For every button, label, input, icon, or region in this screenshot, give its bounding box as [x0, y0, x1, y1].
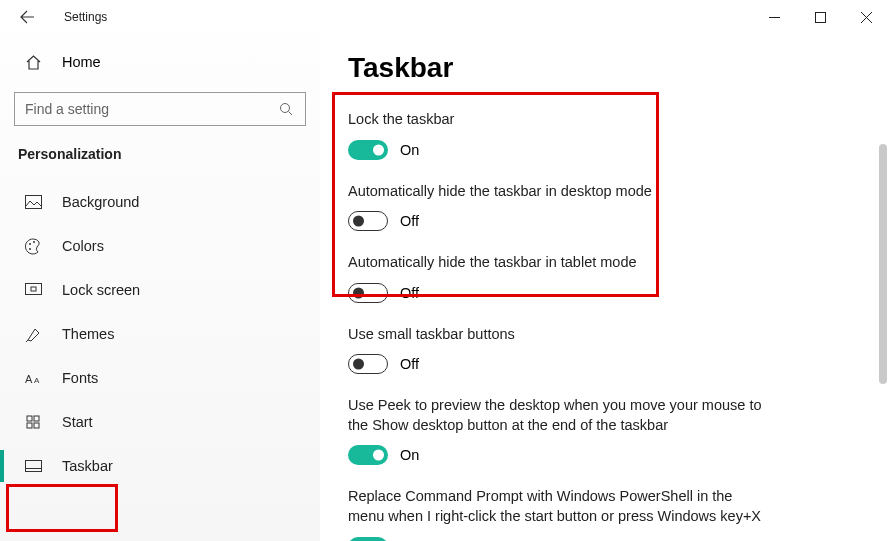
close-button[interactable] — [843, 1, 889, 33]
svg-rect-15 — [34, 423, 39, 428]
svg-rect-16 — [25, 460, 41, 471]
svg-rect-9 — [31, 287, 36, 291]
svg-line-3 — [288, 111, 292, 115]
window-controls — [751, 1, 889, 33]
toggle-state: On — [400, 447, 419, 463]
setting-peek: Use Peek to preview the desktop when you… — [348, 396, 849, 465]
section-label: Personalization — [14, 146, 306, 162]
setting-lock-taskbar: Lock the taskbar On — [348, 110, 849, 160]
sidebar-item-colors[interactable]: Colors — [14, 224, 306, 268]
search-placeholder: Find a setting — [25, 101, 109, 117]
sidebar-item-label: Lock screen — [62, 282, 140, 298]
toggle-state: Off — [400, 213, 419, 229]
home-icon — [24, 53, 42, 71]
sidebar: Home Find a setting Personalization Back… — [0, 34, 320, 541]
palette-icon — [24, 237, 42, 255]
svg-text:A: A — [25, 373, 33, 385]
sidebar-item-label: Themes — [62, 326, 114, 342]
setting-label: Automatically hide the taskbar in tablet… — [348, 253, 768, 273]
sidebar-item-label: Taskbar — [62, 458, 113, 474]
toggle-lock-taskbar[interactable] — [348, 140, 388, 160]
sidebar-item-label: Colors — [62, 238, 104, 254]
setting-label: Use small taskbar buttons — [348, 325, 768, 345]
sidebar-item-background[interactable]: Background — [14, 180, 306, 224]
setting-small-buttons: Use small taskbar buttons Off — [348, 325, 849, 375]
home-label: Home — [62, 54, 101, 70]
svg-rect-12 — [27, 416, 32, 421]
sidebar-item-label: Fonts — [62, 370, 98, 386]
sidebar-item-label: Start — [62, 414, 93, 430]
sidebar-item-themes[interactable]: Themes — [14, 312, 306, 356]
content: Taskbar Lock the taskbar On Automaticall… — [320, 34, 889, 541]
sidebar-item-taskbar[interactable]: Taskbar — [14, 444, 306, 488]
sidebar-item-lockscreen[interactable]: Lock screen — [14, 268, 306, 312]
picture-icon — [24, 193, 42, 211]
svg-rect-1 — [815, 12, 825, 22]
sidebar-home[interactable]: Home — [14, 42, 306, 82]
svg-point-2 — [280, 103, 289, 112]
toggle-powershell[interactable] — [348, 537, 388, 542]
sidebar-item-start[interactable]: Start — [14, 400, 306, 444]
toggle-state: Off — [400, 285, 419, 301]
maximize-button[interactable] — [797, 1, 843, 33]
back-button[interactable] — [18, 8, 36, 26]
svg-text:A: A — [34, 376, 40, 385]
minimize-button[interactable] — [751, 1, 797, 33]
setting-label: Automatically hide the taskbar in deskto… — [348, 182, 768, 202]
sidebar-item-fonts[interactable]: AA Fonts — [14, 356, 306, 400]
app-title: Settings — [64, 10, 107, 24]
toggle-autohide-tablet[interactable] — [348, 283, 388, 303]
page-title: Taskbar — [348, 52, 849, 84]
search-icon — [277, 100, 295, 118]
toggle-state: Off — [400, 356, 419, 372]
svg-rect-8 — [25, 284, 41, 295]
search-input[interactable]: Find a setting — [14, 92, 306, 126]
svg-rect-14 — [27, 423, 32, 428]
setting-label: Use Peek to preview the desktop when you… — [348, 396, 768, 435]
setting-label: Replace Command Prompt with Windows Powe… — [348, 487, 768, 526]
setting-label: Lock the taskbar — [348, 110, 768, 130]
toggle-peek[interactable] — [348, 445, 388, 465]
setting-autohide-desktop: Automatically hide the taskbar in deskto… — [348, 182, 849, 232]
sidebar-item-label: Background — [62, 194, 139, 210]
setting-autohide-tablet: Automatically hide the taskbar in tablet… — [348, 253, 849, 303]
fonts-icon: AA — [24, 369, 42, 387]
svg-point-6 — [33, 241, 35, 243]
toggle-state: On — [400, 142, 419, 158]
taskbar-icon — [24, 457, 42, 475]
start-icon — [24, 413, 42, 431]
svg-point-7 — [29, 248, 31, 250]
lockscreen-icon — [24, 281, 42, 299]
scrollbar[interactable] — [879, 144, 887, 384]
svg-rect-4 — [25, 196, 41, 209]
setting-powershell: Replace Command Prompt with Windows Powe… — [348, 487, 849, 541]
themes-icon — [24, 325, 42, 343]
svg-point-5 — [29, 243, 31, 245]
titlebar: Settings — [0, 0, 889, 34]
toggle-small-buttons[interactable] — [348, 354, 388, 374]
svg-rect-13 — [34, 416, 39, 421]
toggle-autohide-desktop[interactable] — [348, 211, 388, 231]
